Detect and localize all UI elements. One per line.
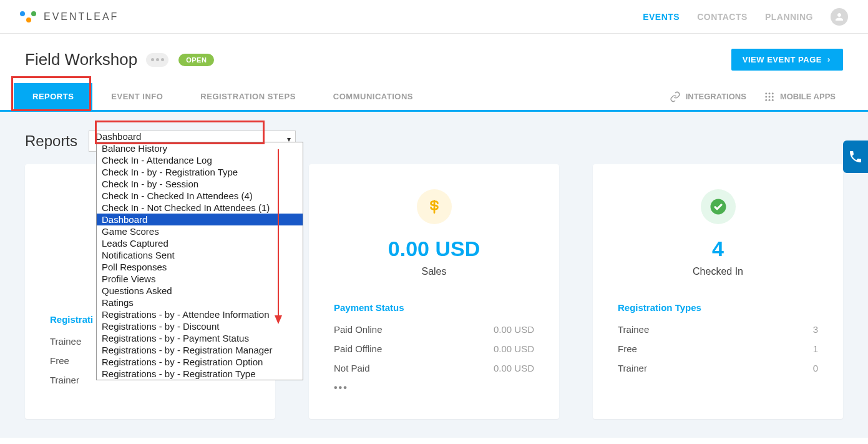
view-event-page-label: VIEW EVENT PAGE	[743, 55, 822, 64]
row-label: Paid Online	[334, 324, 383, 335]
row-label: Trainee	[50, 336, 81, 347]
call-fab[interactable]	[843, 141, 868, 173]
row-label: Trainer	[618, 363, 647, 373]
report-option[interactable]: Questions Asked	[97, 285, 303, 297]
card-section-title: Payment Status	[334, 302, 534, 313]
report-option[interactable]: Registrations - by - Attendee Informatio…	[97, 308, 303, 320]
report-option[interactable]: Profile Views	[97, 273, 303, 285]
report-option[interactable]: Poll Responses	[97, 261, 303, 273]
nav-events[interactable]: EVENTS	[643, 12, 680, 22]
tab-communications[interactable]: COMMUNICATIONS	[315, 83, 432, 110]
check-circle-icon	[701, 189, 736, 224]
row-label: Paid Offline	[334, 343, 382, 354]
mobile-apps-link[interactable]: MOBILE APPS	[764, 91, 836, 102]
checkin-label: Checked In	[618, 266, 818, 277]
report-option[interactable]: Notifications Sent	[97, 249, 303, 261]
report-option[interactable]: Registrations - by - Registration Manage…	[97, 344, 303, 356]
row-value: 0.00 USD	[494, 324, 534, 335]
row-label: Trainee	[618, 324, 649, 335]
row-value: 1	[813, 343, 818, 354]
svg-point-8	[772, 99, 774, 101]
row-label: Free	[50, 355, 69, 366]
nav-contacts[interactable]: CONTACTS	[697, 12, 748, 22]
report-option[interactable]: Check In - by - Session	[97, 178, 303, 190]
report-option[interactable]: Check In - by - Registration Type	[97, 166, 303, 178]
reports-title: Reports	[25, 132, 77, 150]
tabs-row: REPORTS EVENT INFO REGISTRATION STEPS CO…	[0, 77, 868, 112]
report-option[interactable]: Balance History	[97, 142, 303, 154]
top-nav: EVENTLEAF EVENTS CONTACTS PLANNING	[0, 0, 868, 34]
brand-name: EVENTLEAF	[44, 11, 119, 22]
report-option[interactable]: Registrations - by - Registration Type	[97, 368, 303, 380]
sales-label: Sales	[334, 266, 534, 277]
tab-registration-steps[interactable]: REGISTRATION STEPS	[182, 83, 315, 110]
svg-point-4	[768, 96, 770, 97]
status-badge: OPEN	[178, 54, 214, 66]
user-avatar[interactable]	[831, 8, 848, 26]
svg-point-2	[772, 92, 774, 94]
apps-icon	[764, 91, 775, 102]
list-item: Paid Offline 0.00 USD	[334, 343, 534, 354]
event-more-button[interactable]	[146, 53, 168, 67]
report-option[interactable]: Registrations - by - Payment Status	[97, 332, 303, 344]
checkin-value: 4	[618, 237, 818, 261]
row-value: 0.00 USD	[494, 363, 534, 373]
mobile-apps-label: MOBILE APPS	[780, 92, 836, 101]
sales-value: 0.00 USD	[334, 237, 534, 261]
card-sales: 0.00 USD Sales Payment Status Paid Onlin…	[309, 164, 559, 419]
card-checked-in: 4 Checked In Registration Types Trainee …	[593, 164, 843, 419]
tab-event-info[interactable]: EVENT INFO	[92, 83, 182, 110]
report-option[interactable]: Registrations - by - Registration Option	[97, 356, 303, 368]
report-option[interactable]: Check In - Not Checked In Attendees (1)	[97, 202, 303, 214]
svg-point-3	[765, 96, 767, 97]
row-value: 3	[813, 324, 818, 335]
svg-point-0	[765, 92, 767, 94]
row-value: 0	[813, 363, 818, 373]
list-item: Trainee 3	[618, 324, 818, 335]
tab-reports[interactable]: REPORTS	[14, 83, 92, 110]
svg-point-6	[765, 99, 767, 101]
card-section-title: Registration Types	[618, 302, 818, 313]
svg-point-1	[768, 92, 770, 94]
logo[interactable]: EVENTLEAF	[20, 9, 119, 25]
svg-point-5	[772, 96, 774, 97]
phone-icon	[848, 149, 863, 164]
row-value: 0.00 USD	[494, 343, 534, 354]
event-title: Field Workshop	[25, 50, 137, 69]
svg-point-7	[768, 99, 770, 101]
view-event-page-button[interactable]: VIEW EVENT PAGE	[731, 49, 843, 71]
report-option[interactable]: Check In - Attendance Log	[97, 154, 303, 166]
list-item: Free 1	[618, 343, 818, 354]
integrations-label: INTEGRATIONS	[686, 92, 746, 101]
report-option[interactable]: Registrations - by - Discount	[97, 320, 303, 332]
logo-icon	[20, 9, 36, 25]
report-dropdown-list[interactable]: Balance HistoryCheck In - Attendance Log…	[96, 142, 303, 380]
report-option[interactable]: Ratings	[97, 297, 303, 308]
integrations-link[interactable]: INTEGRATIONS	[670, 91, 746, 102]
report-option[interactable]: Leads Captured	[97, 237, 303, 249]
more-ellipsis[interactable]: •••	[334, 382, 534, 393]
list-item: Paid Online 0.00 USD	[334, 324, 534, 335]
chevron-right-icon	[826, 57, 832, 63]
row-label: Not Paid	[334, 363, 370, 373]
row-label: Free	[618, 343, 637, 354]
report-option[interactable]: Game Scores	[97, 225, 303, 237]
report-option[interactable]: Dashboard	[97, 214, 303, 225]
nav-planning[interactable]: PLANNING	[765, 12, 813, 22]
person-icon	[834, 11, 845, 22]
dollar-icon	[417, 189, 452, 224]
row-label: Trainer	[50, 375, 79, 385]
event-header: Field Workshop OPEN VIEW EVENT PAGE	[0, 34, 868, 77]
list-item: Not Paid 0.00 USD	[334, 363, 534, 373]
content-area: Reports Dashboard Balance HistoryCheck I…	[0, 112, 868, 438]
report-option[interactable]: Check In - Checked In Attendees (4)	[97, 190, 303, 202]
link-icon	[670, 91, 681, 102]
list-item: Trainer 0	[618, 363, 818, 373]
